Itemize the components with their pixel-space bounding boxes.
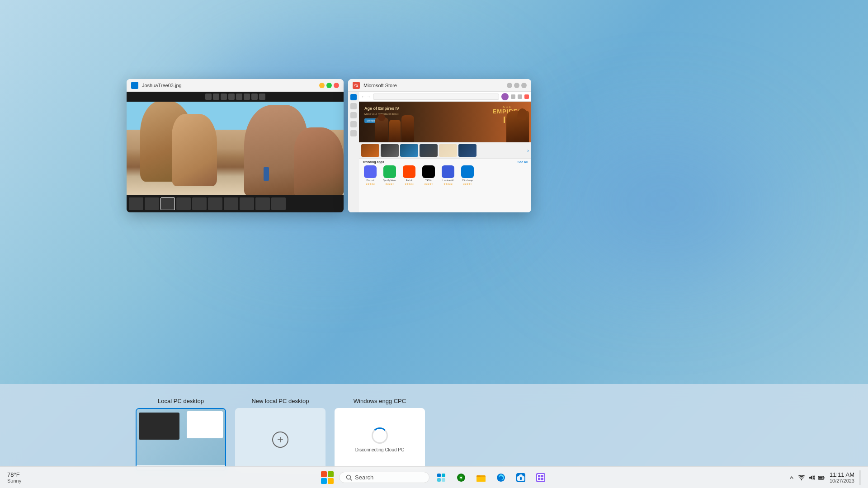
photos-filmstrip[interactable] [127, 195, 344, 212]
show-desktop-button[interactable] [859, 470, 861, 485]
toolbar-btn-6[interactable] [244, 94, 250, 100]
toolbar-btn-8[interactable] [259, 94, 265, 100]
game-thumb-3[interactable] [400, 144, 418, 157]
restore-icon[interactable] [518, 94, 522, 99]
local-preview-bg [137, 409, 225, 470]
film-thumb-2[interactable] [145, 197, 159, 210]
store-sidebar[interactable] [348, 92, 359, 212]
game-thumb-5[interactable] [439, 144, 457, 157]
search-bar-text: Search [355, 474, 373, 481]
game-thumb-6[interactable] [458, 144, 476, 157]
photos-window-controls[interactable] [319, 83, 339, 88]
battery-tray-icon[interactable] [818, 474, 825, 481]
film-thumb-3[interactable] [160, 197, 175, 210]
user-avatar[interactable] [501, 93, 509, 100]
store-hero-banner[interactable]: Age of Empires IV Make your multiplayer … [359, 102, 531, 142]
svg-rect-14 [520, 477, 522, 480]
see-all-link[interactable]: See all [518, 160, 528, 164]
film-thumb-5[interactable] [192, 197, 207, 210]
desktop-card-local[interactable]: Local PC desktop [136, 398, 226, 471]
store-content: ← → Age of Empires IV Make your multipla… [348, 92, 531, 212]
minimize-icon[interactable] [511, 94, 515, 99]
minimize-button[interactable] [319, 83, 325, 88]
close-button[interactable] [334, 83, 339, 88]
store-window-controls[interactable] [507, 83, 527, 88]
desktop-card-new[interactable]: New local PC desktop + [235, 398, 326, 471]
store-close-button[interactable] [521, 83, 527, 88]
taskbar-search-bar[interactable]: Search [339, 472, 429, 483]
app-item-discord[interactable]: Discord ★★★★★ [361, 165, 379, 185]
weather-description: Sunny [7, 478, 21, 483]
warrior-3 [401, 115, 414, 142]
rock-formation-4 [294, 127, 344, 195]
store-sidebar-icon-5[interactable] [350, 130, 357, 136]
background-blob-2 [506, 90, 823, 316]
app-item-tiktok[interactable]: TikTok ★★★★☆ [420, 165, 438, 185]
desktop-card-cpc[interactable]: Windows engg CPC Disconnecting Cloud PC [335, 398, 425, 471]
scroll-arrow[interactable]: › [527, 148, 529, 153]
rock-formation-2 [172, 114, 217, 186]
chevron-up-icon [789, 475, 794, 480]
toolbar-btn-7[interactable] [251, 94, 258, 100]
game-thumb-4[interactable] [420, 144, 438, 157]
desktop-preview-cpc[interactable]: Disconnecting Cloud PC [335, 408, 425, 471]
desktop-label-local: Local PC desktop [158, 398, 204, 404]
desktop-preview-local[interactable] [136, 408, 226, 471]
film-thumb-6[interactable] [208, 197, 222, 210]
maximize-button[interactable] [326, 83, 332, 88]
wifi-tray-icon[interactable] [798, 474, 805, 481]
store-sidebar-icon-3[interactable] [350, 112, 357, 118]
app-item-spotify[interactable]: Spotify Music ★★★★☆ [381, 165, 399, 185]
store-minimize-button[interactable] [507, 83, 512, 88]
add-desktop-button[interactable]: + [272, 432, 288, 448]
app-item-luminar[interactable]: Luminar AI ★★★★★ [439, 165, 457, 185]
toolbar-btn-3[interactable] [221, 94, 227, 100]
ms-store-taskbar-button[interactable] [513, 469, 529, 486]
store-sidebar-icon-4[interactable] [350, 121, 357, 127]
toolbar-btn-1[interactable] [205, 94, 212, 100]
toolbar-btn-4[interactable] [228, 94, 235, 100]
app-item-reddit[interactable]: Reddit ★★★★☆ [400, 165, 418, 185]
store-sidebar-icon-2[interactable] [350, 103, 357, 109]
snipping-tool-button[interactable] [533, 469, 549, 486]
store-sidebar-home[interactable] [350, 94, 357, 100]
store-addressbar[interactable]: ← → [359, 92, 531, 102]
weather-widget[interactable]: 78°F Sunny [7, 471, 21, 483]
luminar-name: Luminar AI [443, 179, 453, 182]
photos-window[interactable]: JoshuaTree03.jpg [127, 79, 344, 212]
toolbar-btn-5[interactable] [236, 94, 242, 100]
store-window[interactable]: 🛍 Microsoft Store ← → [348, 79, 531, 212]
hero-game-title: Age of Empires IV [364, 106, 399, 112]
system-clock[interactable]: 11:11 AM 10/27/2023 [830, 471, 854, 483]
xbox-button[interactable] [453, 469, 469, 486]
film-thumb-10[interactable] [271, 197, 286, 210]
file-explorer-button[interactable] [473, 469, 489, 486]
store-game-thumbnails[interactable]: › [359, 142, 531, 159]
store-app-icon: 🛍 [353, 82, 360, 89]
store-title: Microsoft Store [363, 83, 503, 88]
volume-tray-icon[interactable] [808, 474, 815, 481]
film-thumb-8[interactable] [240, 197, 254, 210]
film-thumb-1[interactable] [129, 197, 143, 210]
store-titlebar: 🛍 Microsoft Store [348, 79, 531, 92]
edge-button[interactable] [493, 469, 509, 486]
address-bar-input[interactable] [373, 94, 499, 100]
taskbar-right: 11:11 AM 10/27/2023 [788, 470, 861, 485]
close-icon[interactable] [524, 94, 529, 99]
desktop-preview-new[interactable]: + [235, 408, 326, 471]
search-icon [346, 474, 352, 481]
photos-toolbar[interactable] [127, 92, 344, 102]
film-thumb-7[interactable] [224, 197, 238, 210]
widgets-button[interactable] [433, 469, 449, 486]
game-thumb-1[interactable] [361, 144, 379, 157]
reddit-stars: ★★★★☆ [405, 183, 414, 185]
film-thumb-4[interactable] [176, 197, 191, 210]
app-item-clipchamp[interactable]: Clipchamp ★★★★☆ [458, 165, 476, 185]
snipping-tool-icon [536, 473, 546, 483]
store-maximize-button[interactable] [514, 83, 519, 88]
game-thumb-2[interactable] [381, 144, 399, 157]
show-hidden-icons-button[interactable] [788, 474, 795, 481]
film-thumb-9[interactable] [255, 197, 270, 210]
start-button[interactable] [319, 469, 335, 486]
toolbar-btn-2[interactable] [213, 94, 219, 100]
